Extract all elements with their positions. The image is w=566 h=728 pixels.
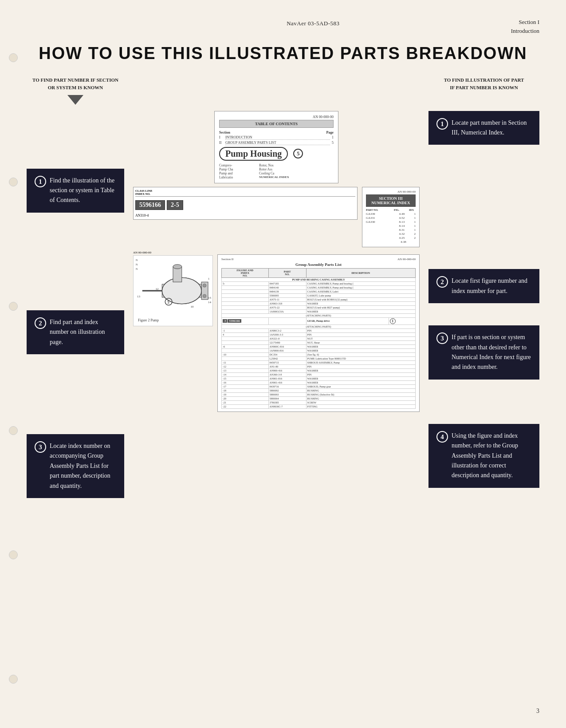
more-row-20: -22AN9930C-7FITTING [222, 404, 416, 408]
more-row-17: -195880093BUSHING (Selective fit) [222, 392, 416, 396]
svg-text:14: 14 [208, 300, 211, 303]
col-part: PARTNO. [268, 268, 306, 277]
more-row-2: 41AN300-3-3PIN [222, 332, 416, 336]
pn-badge: 5596166 [135, 200, 165, 210]
step1-right-box: 1 Locate part number in Section III, Num… [428, 111, 539, 145]
step3-left-box: 3 Locate index number on accompanying Gr… [27, 434, 124, 498]
more-row-18: -205880064BUSHING [222, 396, 416, 400]
right-instructions: 1 Locate part number in Section III, Num… [428, 111, 539, 510]
fig-badge: 2-5 [167, 200, 183, 210]
pump-housing-label: Pump Housing [219, 147, 288, 161]
assembly-section: AN 00-000-00 N N N [133, 251, 420, 412]
pump-illustration-area: AN 00-000-00 N N N [133, 251, 213, 412]
attaching-parts-2: (ATTACHING PARTS) [222, 324, 416, 328]
toc-row2: II GROUP ASSEMBLY PARTS LIST 5 [219, 141, 334, 145]
toc-item-6: Rotor Ass [259, 167, 295, 171]
main-title: How To Use This Illustrated Parts Breakd… [27, 44, 539, 63]
step1-left-circle: 1 [35, 176, 46, 187]
attaching-parts-header: (ATTACHING PARTS) [222, 313, 416, 317]
step2-left-circle: 2 [35, 317, 46, 329]
num-idx-row-5: 8-311 [366, 228, 416, 232]
num-idx-row-7: 4-252 [366, 236, 416, 240]
gear-row: -5 5596166 GEAR, Pump drive 1 [222, 317, 416, 324]
doc-number: NavAer 03-5AD-583 [115, 20, 511, 27]
step3-left-circle: 3 [35, 441, 46, 453]
assembly-row-6: AN903-318WASHER [222, 301, 416, 305]
step4-right-text: Using the figure and index number, refer… [452, 431, 531, 481]
toc-document: AN 00-000-00 TABLE OF CONTENTS Section P… [214, 111, 338, 183]
svg-text:15: 15 [208, 296, 211, 299]
num-index-doc: AN 00-000-00 SECTION IIINUMERICAL INDEX … [362, 187, 420, 247]
assembly-doc-id: AN 00-000-00 [133, 251, 213, 254]
assembly-section-header-row: PUMP AND BEARING CASING ASSEMBLY [222, 277, 416, 281]
right-col-label: TO FIND ILLUSTRATION OF PART IF PART NUM… [428, 76, 539, 91]
step1-left-box: 1 Find the illustration of the section o… [27, 169, 124, 213]
step1-right-text: Locate part number in Section III, Numer… [452, 118, 531, 138]
center-diagrams: AN 00-000-00 TABLE OF CONTENTS Section P… [133, 111, 420, 510]
assembly-row-7: AN75-22BOLT (Used with 8827 pump) [222, 305, 416, 309]
an-number: AN310-4 [135, 214, 355, 218]
hole-punch-4 [9, 426, 18, 435]
num-idx-row-6: 4-322 [366, 232, 416, 236]
step2-left-text: Find part and index number on illustrati… [50, 317, 116, 347]
more-row-4: 12175490NUT, Shear [222, 340, 416, 344]
more-row-9: -118459715SHROUD ASSEMBLY, Pump [222, 360, 416, 364]
col-fig-idx: FIGURE ANDINDEXNO. [222, 268, 269, 277]
assembly-row-5: AN75-11BOLT (Used with ROB811(32 pump) [222, 297, 416, 301]
more-row-6: 1AN900-816WASHER [222, 348, 416, 352]
more-row-14: -16AN901-416WASHER [222, 380, 416, 384]
num-idx-row-8: 4-38 [366, 240, 416, 244]
page-number: 3 [536, 708, 539, 715]
assembly-row-8: 1A900GC0AWASHER [222, 309, 416, 313]
assembly-row-4: 5580095GASKET, Lube pump [222, 293, 416, 297]
step2-right-box: 2 Locate first figure number and index n… [428, 269, 539, 303]
step3-right-text: If part is on section or system other th… [452, 332, 531, 372]
part-number-row: 5596166 2-5 [135, 200, 183, 210]
toc-col-blank [241, 131, 322, 135]
assembly-parts-list: Section II AN 00-000-00 Group Assembly P… [217, 251, 420, 412]
assembly-doc: Section II AN 00-000-00 Group Assembly P… [217, 254, 420, 412]
num-idx-row-3: GA3308-131 [366, 220, 416, 224]
svg-text:10: 10 [191, 305, 194, 308]
toc-col-page: Page [326, 131, 334, 135]
toc-item-8: NUMERICAL INDEX [259, 175, 295, 179]
pump-housing-text: Pump Housing [225, 149, 282, 158]
num-index-doc-id: AN 00-000-00 [366, 190, 416, 194]
num-index-title: SECTION IIINUMERICAL INDEX [366, 194, 416, 207]
more-row-10: -12AN1-80PIN [222, 364, 416, 368]
more-row-19: -213780385SCREW [222, 400, 416, 404]
svg-text:N: N [136, 267, 138, 270]
step1-left-text: Find the illustration of the section or … [50, 176, 116, 206]
toc-section-list: Compres- Pump Cha Pump and Lubricatio Ro… [219, 163, 334, 179]
toc-item-3: Pump and [219, 171, 255, 175]
svg-point-9 [203, 294, 206, 297]
step2-right-text: Locate first figure number and index num… [452, 276, 531, 296]
step1-right-circle: 1 [436, 118, 448, 130]
mid-row: CLASS LINEINDEX NO. 5596166 2-5 AN310-4 [133, 187, 420, 247]
step3-right-box: 3 If part is on section or system other … [428, 325, 539, 380]
hole-punch-2 [9, 178, 18, 186]
toc-row1: I INTRODUCTION 1 [219, 135, 334, 140]
svg-text:1: 1 [208, 277, 210, 280]
more-row-8: L25842PUMP, Lubrication Type 808811TD [222, 356, 416, 360]
hole-punch-5 [9, 550, 18, 559]
section-label: Section I Introduction [511, 18, 539, 35]
toc-item-5: Rotor, Nos [259, 163, 295, 167]
hole-punch-1 [9, 53, 18, 62]
assembly-list-title: Group Assembly Parts List [221, 262, 416, 267]
more-row-5: -6AN900C-816WASHER [222, 344, 416, 348]
assembly-section-label: Section II [221, 257, 233, 261]
num-idx-row-2: GA3314-521 [366, 216, 416, 220]
svg-text:N: N [136, 263, 138, 265]
more-row-12: -14AN360-3-8PIN [222, 372, 416, 376]
assembly-row-1: 5-8447185CASING ASSEMBLY, Pump and beari… [222, 281, 416, 285]
more-row-16: -185880092BUSHING [222, 388, 416, 392]
step4-right-box: 4 Using the figure and index number, ref… [428, 424, 539, 488]
more-row-3: AN321-8NUT [222, 336, 416, 340]
assembly-doc-id2: AN 00-000-00 [397, 257, 416, 261]
svg-text:12: 12 [156, 287, 159, 290]
assembly-row-3: 8484139CASING ASSEMBLY, Lubri [222, 289, 416, 293]
svg-text:N: N [136, 258, 138, 261]
toc-doc-id: AN 00-000-00 [219, 115, 334, 119]
more-row-11: -13AN900-416WASHER [222, 368, 416, 372]
